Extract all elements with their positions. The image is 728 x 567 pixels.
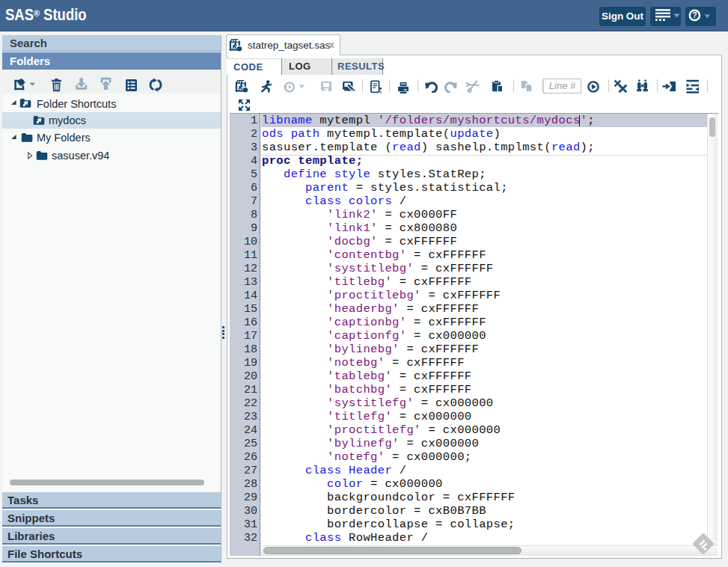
svg-text:?: ? — [692, 10, 697, 19]
